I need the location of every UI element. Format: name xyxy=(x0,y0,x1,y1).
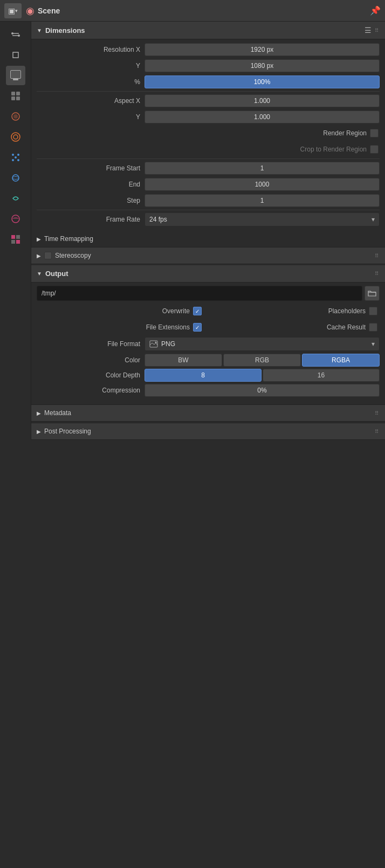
aspect-y-label: Y xyxy=(37,113,145,121)
crop-render-region-row: Crop to Render Region xyxy=(37,142,380,156)
sidebar-item-constraints[interactable] xyxy=(6,189,25,208)
placeholders-label: Placeholders xyxy=(328,307,366,315)
sidebar-item-material[interactable] xyxy=(6,209,25,229)
time-remapping-collapse-icon: ▶ xyxy=(37,236,41,242)
sidebar-item-particles[interactable] xyxy=(6,148,25,167)
path-row: /tmp/ xyxy=(37,286,380,301)
render-region-checkbox[interactable] xyxy=(370,129,379,137)
output-props: /tmp/ Overwrite Placeholders xyxy=(31,283,385,402)
sidebar-item-scene[interactable] xyxy=(6,127,25,147)
frame-end-row: End 1000 xyxy=(37,177,380,191)
resolution-pct-input[interactable]: 100% xyxy=(145,75,380,88)
browse-folder-button[interactable] xyxy=(365,286,380,301)
output-path-input[interactable]: /tmp/ xyxy=(37,286,362,301)
color-rgb-button[interactable]: RGB xyxy=(223,354,301,367)
svg-rect-7 xyxy=(13,79,18,80)
overwrite-side: Overwrite xyxy=(37,307,212,315)
aspect-y-input[interactable]: 1.000 xyxy=(145,111,380,123)
svg-point-16 xyxy=(12,154,14,156)
object-icon xyxy=(10,50,21,60)
svg-point-13 xyxy=(13,114,18,119)
placeholders-checkbox[interactable] xyxy=(369,307,377,315)
workspace-switcher[interactable]: ▣ ▾ xyxy=(4,3,22,18)
aspect-x-input[interactable]: 1.000 xyxy=(145,94,380,107)
svg-rect-26 xyxy=(11,240,15,244)
workspace-icon: ▣ xyxy=(8,6,15,15)
aspect-x-row: Aspect X 1.000 xyxy=(37,94,380,108)
sidebar-item-object[interactable] xyxy=(6,45,25,65)
frame-start-input[interactable]: 1 xyxy=(145,162,380,175)
post-processing-label: Post Processing xyxy=(44,428,91,435)
file-extensions-checkbox[interactable] xyxy=(193,323,202,332)
stereoscopy-label: Stereoscopy xyxy=(55,252,91,259)
cache-result-label: Cache Result xyxy=(327,323,366,331)
post-processing-section: ▶ Post Processing ⠿ xyxy=(31,423,385,440)
stereoscopy-collapse-icon[interactable]: ▶ xyxy=(37,253,41,259)
frame-rate-value: 24 fps xyxy=(149,216,167,223)
crop-render-region-checkbox[interactable] xyxy=(370,145,379,154)
sidebar-item-compositing[interactable] xyxy=(6,86,25,106)
frame-end-input[interactable]: 1000 xyxy=(145,178,380,191)
frame-rate-select[interactable]: 24 fps xyxy=(145,212,380,226)
svg-point-18 xyxy=(12,159,14,161)
cache-result-checkbox[interactable] xyxy=(369,323,377,332)
stereoscopy-enable-checkbox[interactable] xyxy=(44,252,52,259)
color-rgba-button[interactable]: RGBA xyxy=(302,354,380,367)
color-depth-label: Color Depth xyxy=(37,371,145,379)
checker-icon xyxy=(10,234,21,245)
svg-rect-24 xyxy=(11,235,15,239)
svg-rect-8 xyxy=(11,92,15,95)
scene-dot-icon: ◉ xyxy=(26,5,35,17)
metadata-section: ▶ Metadata ⠿ xyxy=(31,404,385,422)
dimensions-title: Dimensions xyxy=(45,26,361,35)
stereoscopy-dots: ⠿ xyxy=(375,253,380,259)
dimensions-collapse-icon[interactable]: ▼ xyxy=(37,27,42,33)
svg-point-15 xyxy=(13,135,18,139)
resolution-y-row: Y 1080 px xyxy=(37,59,380,73)
sidebar-item-render[interactable] xyxy=(6,66,25,85)
sidebar-item-checker[interactable] xyxy=(6,230,25,249)
main-layout: ▼ Dimensions ☰ ⠿ Resolution X 1920 px Y … xyxy=(0,22,385,440)
resolution-x-input[interactable]: 1920 px xyxy=(145,43,380,56)
color-buttons: BW RGB RGBA xyxy=(145,354,380,367)
compression-input[interactable]: 0% xyxy=(145,384,380,397)
frame-rate-label: Frame Rate xyxy=(37,216,145,223)
color-depth-row: Color Depth 8 16 xyxy=(37,369,380,382)
dimensions-props: Resolution X 1920 px Y 1080 px % 100% As… xyxy=(31,39,385,232)
overwrite-checkbox[interactable] xyxy=(193,307,202,315)
scene-icon xyxy=(10,131,22,143)
file-format-select[interactable]: PNG xyxy=(145,337,380,351)
time-remapping-row[interactable]: ▶ Time Remapping xyxy=(31,232,385,246)
depth-8-button[interactable]: 8 xyxy=(145,369,262,382)
output-dots: ⠿ xyxy=(375,271,380,277)
render-region-row: Render Region xyxy=(37,126,380,140)
svg-rect-9 xyxy=(16,92,20,95)
constraints-icon xyxy=(10,193,21,204)
svg-point-2 xyxy=(11,32,13,35)
particles-icon xyxy=(10,152,21,163)
frame-step-input[interactable]: 1 xyxy=(145,194,380,207)
dimensions-list-icon[interactable]: ☰ xyxy=(365,26,372,35)
aspect-y-row: Y 1.000 xyxy=(37,110,380,124)
sidebar-item-tools[interactable] xyxy=(6,25,25,44)
resolution-pct-label: % xyxy=(37,78,145,86)
metadata-collapse-icon[interactable]: ▶ xyxy=(37,410,41,416)
resolution-y-input[interactable]: 1080 px xyxy=(145,59,380,72)
frame-start-label: Frame Start xyxy=(37,164,145,172)
separator-1 xyxy=(37,91,380,92)
frame-rate-row: Frame Rate 24 fps xyxy=(37,212,380,226)
post-processing-collapse-icon[interactable]: ▶ xyxy=(37,429,41,435)
content-area: ▼ Dimensions ☰ ⠿ Resolution X 1920 px Y … xyxy=(31,22,385,440)
svg-point-22 xyxy=(12,177,19,180)
pin-button[interactable]: 📌 xyxy=(370,5,381,16)
svg-rect-11 xyxy=(16,97,20,100)
svg-point-19 xyxy=(17,159,19,161)
overwrite-label: Overwrite xyxy=(162,307,190,315)
output-collapse-icon[interactable]: ▼ xyxy=(37,271,42,277)
svg-point-14 xyxy=(11,133,20,141)
post-processing-dots: ⠿ xyxy=(375,429,380,435)
color-bw-button[interactable]: BW xyxy=(145,354,222,367)
sidebar-item-world[interactable] xyxy=(6,107,25,126)
depth-16-button[interactable]: 16 xyxy=(263,369,380,382)
sidebar-item-physics[interactable] xyxy=(6,168,25,188)
